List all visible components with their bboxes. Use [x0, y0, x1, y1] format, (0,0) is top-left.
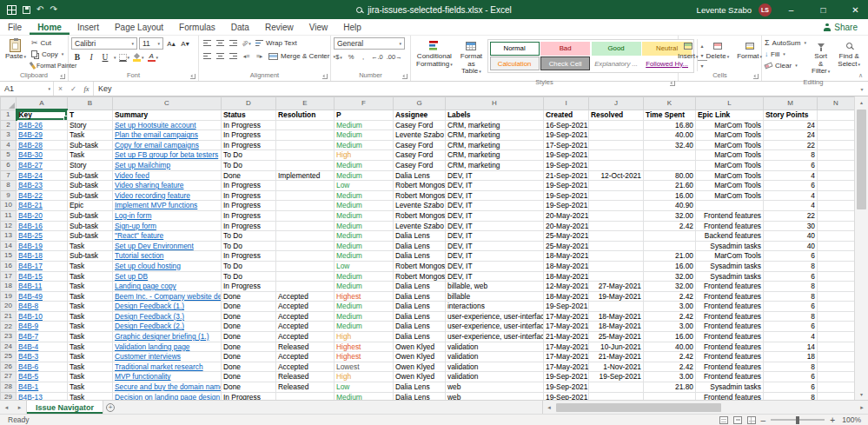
row-header[interactable]: 17: [1, 271, 17, 282]
row-header[interactable]: 12: [1, 221, 17, 231]
cell[interactable]: B4B-8: [17, 302, 68, 312]
cell[interactable]: B4B-6: [17, 362, 68, 372]
cell[interactable]: B4B-21: [17, 201, 68, 211]
cell[interactable]: DEV, IT: [446, 271, 544, 282]
cell[interactable]: 16.00: [644, 332, 696, 342]
cell[interactable]: 16-Sep-2021: [544, 120, 589, 130]
cell[interactable]: Design Feedback (2.): [113, 322, 222, 332]
cell[interactable]: Decision on landing page design: [113, 392, 222, 400]
cell[interactable]: Sub-task: [68, 210, 113, 221]
cell[interactable]: Task: [68, 332, 113, 342]
cell[interactable]: Set up Hootsuite account: [113, 120, 222, 130]
cell[interactable]: Robert Mongose: [394, 181, 446, 191]
cell[interactable]: Set up Mailchimp: [113, 160, 222, 170]
column-header-L[interactable]: L: [696, 97, 764, 110]
row-header[interactable]: 11: [1, 210, 17, 221]
cell[interactable]: DEV, IT: [446, 190, 544, 201]
cell[interactable]: [818, 322, 855, 332]
cell[interactable]: 8: [764, 362, 818, 372]
cell[interactable]: B4B-10: [17, 311, 68, 322]
borders-button[interactable]: ▾: [118, 51, 131, 63]
row-header[interactable]: 2: [1, 120, 17, 130]
cell[interactable]: Owen Klyed: [394, 342, 446, 352]
cell[interactable]: 3.00: [644, 372, 696, 382]
cell[interactable]: B4B-15: [17, 271, 68, 282]
conditional-formatting-button[interactable]: Conditional Formatting▾: [414, 37, 455, 70]
cell[interactable]: [818, 362, 855, 372]
cell[interactable]: B4B-1: [17, 382, 68, 393]
cell[interactable]: 3.00: [644, 322, 696, 332]
cell[interactable]: DEV, IT: [446, 201, 544, 211]
cell[interactable]: [276, 392, 335, 400]
scroll-up-icon[interactable]: ▴: [860, 96, 863, 108]
cell[interactable]: Medium: [335, 241, 394, 251]
cell[interactable]: In Progress: [222, 181, 276, 191]
horizontal-scrollbar[interactable]: ◂ ▸: [542, 401, 868, 414]
row-header[interactable]: 27: [1, 372, 17, 382]
cell[interactable]: B4B-13: [17, 392, 68, 400]
cell[interactable]: Task: [68, 291, 113, 302]
cell[interactable]: Dalia Lens: [394, 282, 446, 292]
cell[interactable]: [589, 392, 644, 400]
autosum-button[interactable]: ΣAutoSum▾: [765, 37, 806, 48]
sheet-nav-left-icon[interactable]: ◂: [0, 401, 13, 414]
column-header-E[interactable]: E: [276, 97, 335, 110]
cell[interactable]: In Progress: [222, 190, 276, 201]
row-header[interactable]: 1: [1, 110, 17, 120]
cell[interactable]: 6: [764, 372, 818, 382]
insert-function-icon[interactable]: fx: [80, 84, 93, 93]
cell[interactable]: [589, 160, 644, 170]
cell[interactable]: [589, 382, 644, 393]
cell[interactable]: [818, 150, 855, 161]
cell[interactable]: Task: [68, 130, 113, 141]
cell[interactable]: B4B-49: [17, 291, 68, 302]
undo-icon[interactable]: ↶: [36, 0, 43, 19]
cell[interactable]: Done: [222, 382, 276, 393]
cell[interactable]: [276, 231, 335, 242]
cell[interactable]: 4: [764, 332, 818, 342]
cell[interactable]: Medium: [335, 160, 394, 170]
column-header-G[interactable]: G: [394, 97, 446, 110]
cell[interactable]: [818, 231, 855, 242]
cell[interactable]: B4B-4: [17, 342, 68, 352]
styles-dialog-launcher-icon[interactable]: [670, 81, 675, 86]
cell[interactable]: Owen Klyed: [394, 352, 446, 362]
column-header-M[interactable]: M: [764, 97, 818, 110]
cell[interactable]: 40: [764, 231, 818, 242]
cell[interactable]: [818, 110, 855, 120]
cell[interactable]: Robert Mongose: [394, 271, 446, 282]
cell[interactable]: 6: [764, 382, 818, 393]
cell[interactable]: Task: [68, 342, 113, 352]
column-header-H[interactable]: H: [446, 97, 544, 110]
cell[interactable]: Dalia Lens: [394, 382, 446, 393]
row-header[interactable]: 8: [1, 181, 17, 191]
cell[interactable]: Set up DB: [113, 271, 222, 282]
cell[interactable]: DEV, IT: [446, 181, 544, 191]
cell[interactable]: Task: [68, 352, 113, 362]
cell[interactable]: B4B-9: [17, 322, 68, 332]
zoom-slider[interactable]: [771, 419, 825, 421]
cell[interactable]: Frontend features: [696, 362, 764, 372]
cell[interactable]: validation: [446, 372, 544, 382]
cell[interactable]: B4B-23: [17, 181, 68, 191]
cell[interactable]: user-experience, user-interface: [446, 311, 544, 322]
row-header[interactable]: 22: [1, 322, 17, 332]
cell[interactable]: Accepted: [276, 332, 335, 342]
cell[interactable]: MarCom Tools: [696, 150, 764, 161]
cell[interactable]: [818, 291, 855, 302]
cell[interactable]: Frontend features: [696, 392, 764, 400]
format-as-table-button[interactable]: Format as Table▾: [458, 37, 485, 77]
cell[interactable]: CRM, marketing: [446, 130, 544, 141]
cell[interactable]: 25-May-2021: [589, 332, 644, 342]
cell[interactable]: 40.00: [644, 130, 696, 141]
cell[interactable]: [818, 261, 855, 271]
cell[interactable]: CRM, marketing: [446, 160, 544, 170]
cell[interactable]: Low: [335, 181, 394, 191]
cell[interactable]: 32.40: [644, 140, 696, 150]
cell[interactable]: 25-May-2021: [544, 241, 589, 251]
cell[interactable]: [644, 241, 696, 251]
comma-style-button[interactable]: ,: [358, 51, 368, 63]
cell[interactable]: Done: [222, 362, 276, 372]
cell[interactable]: Dalia Lens: [394, 332, 446, 342]
cell[interactable]: Dalia Lens: [394, 302, 446, 312]
